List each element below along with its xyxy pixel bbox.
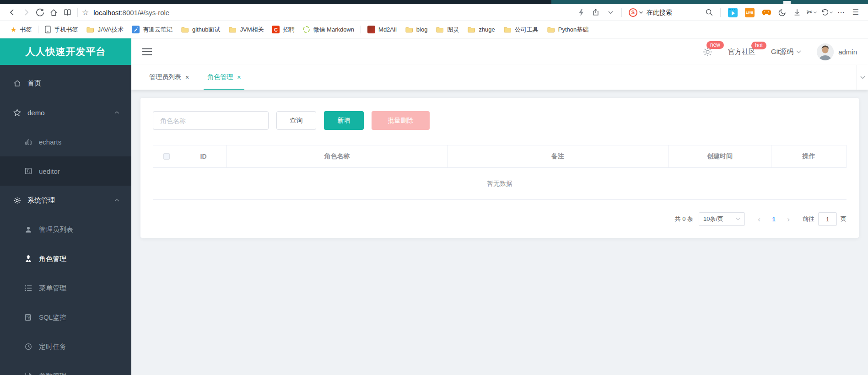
tab-role-management[interactable]: 角色管理 × [198,65,250,90]
bookmark-item[interactable]: Md2All [363,24,401,35]
tab-admin-list[interactable]: 管理员列表 × [140,65,198,90]
star-icon: ★ [11,26,16,33]
bookmark-item[interactable]: 公司工具 [499,24,543,36]
browser-toolbar: ☆ localhost:8001/#/sys-role S LIVE [0,4,868,21]
home-icon [13,80,21,87]
community-link[interactable]: 官方社区 hot [728,48,755,56]
tab-label: 管理员列表 [149,73,181,81]
bookmark-item[interactable]: github面试 [177,24,224,36]
sidebar-item-label: 菜单管理 [39,284,66,293]
sql-monitor-icon: SQL [24,314,32,321]
pagination: 共 0 条 10条/页 ‹ 1 › 前往 页 [153,212,846,226]
sidebar-item-scheduled-tasks[interactable]: 定时任务 [0,332,131,361]
bookmark-item[interactable]: zhuge [463,24,499,35]
bookmark-item[interactable]: ★ 书签 [6,24,36,36]
sidebar-submenu-system[interactable]: 系统管理 [0,186,131,215]
favorite-star-icon[interactable]: ☆ [82,9,89,16]
batch-delete-button[interactable]: 批量删除 [372,111,430,130]
role-table: ID 角色名称 备注 创建时间 操作 暂无数据 [153,145,846,200]
community-label: 官方社区 [728,48,755,56]
dark-mode-moon-icon[interactable] [776,6,789,19]
bookmark-label: blog [416,26,428,33]
sidebar-collapse-icon[interactable] [142,48,152,55]
app-logo[interactable]: 人人快速开发平台 [0,38,131,65]
user-menu[interactable]: admin [817,43,857,60]
sidebar-item-home[interactable]: 首页 [0,69,131,98]
menu-glyph: ☰ [852,9,859,16]
sidebar-item-ueditor[interactable]: ueditor [0,156,131,186]
sidebar-item-echarts[interactable]: echarts [0,127,131,156]
browser-menu-icon[interactable]: ☰ [849,6,863,19]
bookmark-label: 有道云笔记 [143,26,173,34]
sidebar-item-label: 定时任务 [39,343,66,351]
close-icon[interactable]: × [185,74,189,81]
editor-icon [24,167,32,175]
lightning-icon[interactable] [574,6,588,19]
tab-overflow-chevron[interactable] [857,65,868,90]
sidebar-item-label: SQL监控 [39,313,66,322]
role-name-input[interactable] [153,111,269,130]
video-extension-icon[interactable] [728,8,738,17]
home-icon[interactable] [47,6,60,19]
sidebar-item-param-management[interactable]: 参数管理 [0,361,131,375]
sogou-search-engine-icon[interactable]: S [629,8,643,17]
theme-settings-button[interactable]: new [703,47,712,57]
user-icon [24,226,32,233]
search-input[interactable] [647,9,701,16]
sidebar-item-label: ueditor [39,167,60,175]
address-bar[interactable]: ☆ localhost:8001/#/sys-role [81,9,574,16]
refresh-icon[interactable] [33,6,47,19]
toolbar-divider [621,8,622,17]
share-icon[interactable] [589,6,603,19]
page-body: 查询 新增 批量删除 ID 角色名称 备注 创建时间 操作 [131,90,868,375]
username: admin [838,48,857,56]
scissors-glyph: ✂ [807,9,813,16]
goto-page-input[interactable] [818,212,837,226]
bookmark-label: 公司工具 [515,26,539,34]
tab-bar: 管理员列表 × 角色管理 × [131,65,868,90]
page-number-1[interactable]: 1 [767,216,781,223]
bookmark-item[interactable]: C 招聘 [268,24,299,36]
screenshot-scissors-icon[interactable]: ✂ [805,6,819,19]
bookmark-label: Python基础 [558,26,588,34]
sidebar-item-menu-management[interactable]: 菜单管理 [0,273,131,303]
undo-history-icon[interactable] [819,6,833,19]
sidebar-item-sql-monitor[interactable]: SQL SQL监控 [0,303,131,332]
bookmarks-bar: ★ 书签 手机书签 JAVA技术 有道云笔记 github面试 JVM相关 C … [0,21,868,38]
bookmark-item[interactable]: Python基础 [543,24,593,36]
bookmark-item[interactable]: 微信 Markdown [299,24,358,36]
bookmark-item[interactable]: JAVA技术 [82,24,128,36]
game-extension-icon[interactable] [762,8,771,17]
live-extension-icon[interactable]: LIVE [745,8,755,17]
close-icon[interactable]: × [237,74,241,81]
column-header-remark: 备注 [447,145,669,167]
bookmark-item[interactable]: 手机书签 [41,24,82,36]
download-icon[interactable] [790,6,804,19]
bookmark-item[interactable]: 图灵 [431,24,463,36]
sidebar-item-role-management[interactable]: 角色管理 [0,244,131,273]
sidebar-submenu-demo[interactable]: demo [0,98,131,127]
prev-page-icon[interactable]: ‹ [751,215,767,223]
page-size-value: 10条/页 [703,215,723,223]
forward-icon[interactable] [19,6,33,19]
sidebar-item-admin-list[interactable]: 管理员列表 [0,215,131,244]
reading-mode-icon[interactable] [60,6,74,19]
more-icon[interactable]: ⋯ [834,6,848,19]
svg-text:SQL: SQL [26,316,31,318]
back-icon[interactable] [5,6,19,19]
select-all-checkbox[interactable] [163,153,170,160]
url-text: localhost:8001/#/sys-role [93,9,169,16]
bookmark-item[interactable]: JVM相关 [224,24,268,36]
chevron-down-icon[interactable] [604,6,617,19]
search-icon[interactable] [702,6,716,19]
add-button[interactable]: 新增 [324,111,364,130]
column-header-role-name: 角色名称 [227,145,447,167]
next-page-icon[interactable]: › [781,215,796,223]
git-source-dropdown[interactable]: Git源码 [771,48,801,56]
bookmark-label: 手机书签 [54,26,78,34]
query-button[interactable]: 查询 [276,111,316,130]
folder-icon [467,26,475,33]
bookmark-item[interactable]: 有道云笔记 [128,24,177,36]
bookmark-item[interactable]: blog [401,24,432,35]
page-size-select[interactable]: 10条/页 [699,212,745,226]
